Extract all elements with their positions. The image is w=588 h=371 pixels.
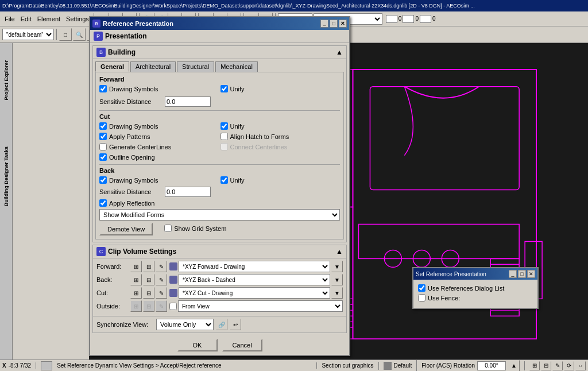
building-icon: B [96, 48, 106, 57]
menu-file[interactable]: File [2, 16, 17, 22]
show-modified-dropdown[interactable]: Show Modified Forms [99, 209, 340, 221]
clip-cut-expand-btn[interactable]: ▼ [331, 287, 343, 299]
clip-cut-btn2[interactable]: ⊟ [143, 287, 154, 299]
clip-back-btn1[interactable]: ⊞ [130, 274, 142, 285]
clip-outside-btn3: ✎ [156, 300, 167, 312]
clip-forward-expand-btn[interactable]: ▼ [331, 261, 343, 272]
beam-dropdown[interactable]: "default beam" [2, 29, 54, 40]
rotation-input[interactable] [477, 361, 506, 370]
clip-back-btn2[interactable]: ⊟ [143, 274, 154, 285]
cut-label: Cut [99, 113, 340, 120]
set-ref-minimize[interactable]: _ [509, 270, 517, 278]
clip-back-btn3[interactable]: ✎ [156, 274, 167, 285]
clip-back-dropdown[interactable]: *XYZ Back - Dashed [179, 274, 330, 285]
status-btn-3[interactable]: ✎ [552, 361, 563, 370]
status-btn-5[interactable]: ↔ [575, 361, 586, 370]
cut-unify-checkbox[interactable] [220, 122, 228, 130]
rotation-up-btn[interactable]: ▲ [508, 360, 520, 372]
menu-settings[interactable]: Settings [64, 16, 91, 22]
cut-align-hatch-checkbox[interactable] [220, 133, 228, 140]
val3: 0 [432, 16, 436, 22]
forward-label: Forward [99, 76, 340, 83]
clip-back-expand-btn[interactable]: ▼ [331, 274, 343, 285]
sync-btn1[interactable]: 🔗 [216, 319, 227, 330]
menu-element[interactable]: Element [35, 16, 63, 22]
cancel-button[interactable]: Cancel [222, 339, 262, 351]
forward-sensitive-input[interactable] [165, 96, 211, 107]
cut-apply-patterns-label: Apply Patterns [109, 133, 150, 140]
val1: 0 [399, 16, 402, 22]
back-unify-label: Unify [230, 177, 245, 184]
project-explorer-tab[interactable]: Project Explorer [0, 60, 13, 101]
clip-cut-btn1[interactable]: ⊞ [130, 287, 142, 299]
status-btn-1[interactable]: ⊞ [529, 361, 540, 370]
clip-outside-dropdown[interactable]: From View [178, 300, 343, 312]
cut-outline-label: Outline Opening [109, 154, 155, 161]
clip-forward-btn2[interactable]: ⊟ [143, 261, 154, 272]
menu-edit[interactable]: Edit [18, 16, 34, 22]
view-btn-1[interactable]: □ [59, 28, 72, 41]
cut-generate-centerlines-checkbox[interactable] [99, 143, 107, 150]
building-header: B Building ▲ [93, 46, 346, 59]
clip-outside-checkbox[interactable] [169, 303, 177, 310]
sync-dropdown[interactable]: Volume Only [156, 319, 214, 330]
coords-value: -8:3 7/32 [9, 362, 31, 369]
maximize-button[interactable]: □ [330, 20, 338, 28]
forward-sensitive-row: Sensitive Distance [99, 96, 340, 107]
forward-unify-checkbox[interactable] [220, 85, 228, 92]
clip-volume-header: C Clip Volume Settings ▲ [93, 245, 346, 258]
cut-apply-patterns-checkbox[interactable] [99, 133, 107, 140]
clip-cut-btn3[interactable]: ✎ [156, 287, 167, 299]
titlebar-buttons: _ □ ✕ [320, 20, 347, 28]
accept-reject-text: Set Reference Dynamic View Settings > Ac… [57, 362, 221, 369]
presentation-label: Presentation [105, 32, 147, 40]
val2: 0 [415, 16, 419, 22]
tab-structural[interactable]: Structural [177, 61, 214, 72]
clip-volume-collapse-icon[interactable]: ▲ [336, 248, 343, 256]
clip-forward-dropdown[interactable]: *XYZ Forward - Drawing [179, 261, 330, 272]
back-apply-reflection-checkbox[interactable] [99, 199, 107, 207]
clip-forward-btn3[interactable]: ✎ [156, 261, 167, 272]
minimize-button[interactable]: _ [320, 20, 328, 28]
back-unify-checkbox[interactable] [220, 176, 228, 184]
view-btn-2[interactable]: 🔍 [73, 28, 86, 41]
default-label: Default [394, 362, 412, 369]
building-designer-tab[interactable]: Building Designer Tasks [0, 146, 13, 206]
reference-presentation-dialog: R Reference Presentation _ □ ✕ P Present… [89, 16, 350, 356]
forward-drawing-symbols-checkbox[interactable] [99, 85, 107, 92]
use-fence-checkbox[interactable] [418, 294, 425, 302]
tab-general[interactable]: General [95, 61, 129, 72]
building-collapse-icon[interactable]: ▲ [336, 48, 343, 56]
back-drawing-symbols-checkbox[interactable] [99, 176, 107, 184]
set-ref-maximize[interactable]: □ [518, 270, 526, 278]
sync-btn2[interactable]: ↩ [230, 319, 241, 330]
clip-cut-row: Cut: ⊞ ⊟ ✎ *XYZ Cut - Drawing ▼ [96, 287, 343, 299]
ref-dialog-titlebar: R Reference Presentation _ □ ✕ [90, 17, 349, 30]
status-btn-4[interactable]: ⟳ [564, 361, 574, 370]
tab-architectural[interactable]: Architectural [130, 61, 176, 72]
clip-forward-btn1[interactable]: ⊞ [130, 261, 142, 272]
set-ref-close[interactable]: ✕ [527, 270, 535, 278]
demote-view-button[interactable]: Demote View [99, 223, 153, 235]
back-sensitive-input[interactable] [165, 187, 211, 197]
cut-drawing-symbols-checkbox[interactable] [99, 122, 107, 130]
use-references-checkbox[interactable] [418, 284, 425, 292]
cut-outline-checkbox[interactable] [99, 153, 107, 161]
show-grid-row: Show Grid System [164, 225, 226, 232]
clip-cut-dropdown[interactable]: *XYZ Cut - Drawing [179, 287, 330, 299]
clip-outside-dropdown-area: From View [169, 300, 343, 312]
show-grid-checkbox[interactable] [164, 225, 172, 232]
tab-mechanical[interactable]: Mechanical [215, 61, 258, 72]
clip-back-label: Back: [96, 276, 128, 283]
status-btn-2[interactable]: ⊟ [541, 361, 551, 370]
ok-button[interactable]: OK [177, 339, 218, 351]
status-bar: X -8:3 7/32 Set Reference Dynamic View S… [0, 360, 588, 371]
clip-forward-row: Forward: ⊞ ⊟ ✎ *XYZ Forward - Drawing ▼ [96, 261, 343, 272]
clip-rows: Forward: ⊞ ⊟ ✎ *XYZ Forward - Drawing ▼ [93, 258, 346, 316]
cut-connect-centerlines-row: Connect Centerlines [220, 143, 341, 150]
forward-checkboxes: Drawing Symbols Unify [99, 85, 340, 94]
close-button[interactable]: ✕ [339, 20, 347, 28]
building-section: B Building ▲ General Architectural Struc… [92, 45, 347, 242]
dialog-icon: R [92, 20, 100, 28]
cut-connect-centerlines-checkbox [220, 143, 228, 150]
